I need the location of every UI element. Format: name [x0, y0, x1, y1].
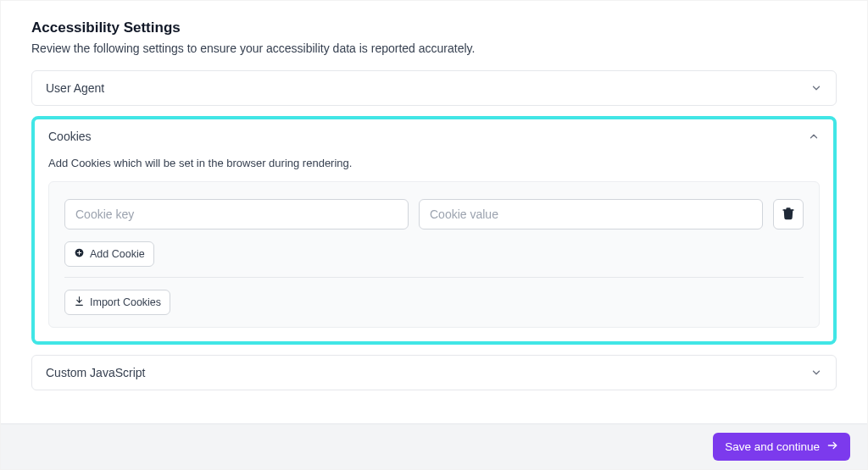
chevron-down-icon	[810, 367, 822, 379]
delete-cookie-button[interactable]	[773, 199, 804, 229]
panel-custom-javascript: Custom JavaScript	[31, 355, 837, 390]
add-cookie-label: Add Cookie	[90, 248, 145, 260]
panel-custom-javascript-title: Custom JavaScript	[46, 366, 145, 379]
add-cookie-button[interactable]: Add Cookie	[64, 241, 154, 267]
panel-user-agent: User Agent	[31, 70, 837, 106]
cookie-row	[64, 199, 804, 229]
divider	[64, 277, 804, 278]
chevron-up-icon	[808, 130, 820, 142]
plus-circle-icon	[74, 247, 85, 261]
panel-cookies-header[interactable]: Cookies	[35, 119, 833, 153]
page-title: Accessibility Settings	[31, 19, 837, 36]
cookie-value-input[interactable]	[419, 199, 763, 229]
panel-cookies-description: Add Cookies which will be set in the bro…	[48, 157, 820, 169]
import-cookies-label: Import Cookies	[90, 296, 161, 308]
cookies-box: Add Cookie Import Cookies	[48, 181, 820, 328]
trash-icon	[782, 207, 795, 223]
cookie-key-input[interactable]	[64, 199, 409, 229]
page-subtitle: Review the following settings to ensure …	[31, 41, 837, 55]
panel-user-agent-title: User Agent	[46, 81, 104, 95]
panel-user-agent-header[interactable]: User Agent	[32, 71, 836, 105]
panel-custom-javascript-header[interactable]: Custom JavaScript	[32, 356, 836, 390]
import-cookies-button[interactable]: Import Cookies	[64, 290, 170, 315]
footer-bar: Save and continue	[1, 423, 867, 469]
save-and-continue-label: Save and continue	[725, 440, 820, 453]
save-and-continue-button[interactable]: Save and continue	[713, 433, 850, 461]
panel-cookies-title: Cookies	[48, 130, 92, 143]
chevron-down-icon	[810, 82, 822, 94]
arrow-right-icon	[826, 440, 838, 454]
download-icon	[74, 296, 85, 309]
panel-cookies: Cookies Add Cookies which will be set in…	[31, 116, 837, 345]
